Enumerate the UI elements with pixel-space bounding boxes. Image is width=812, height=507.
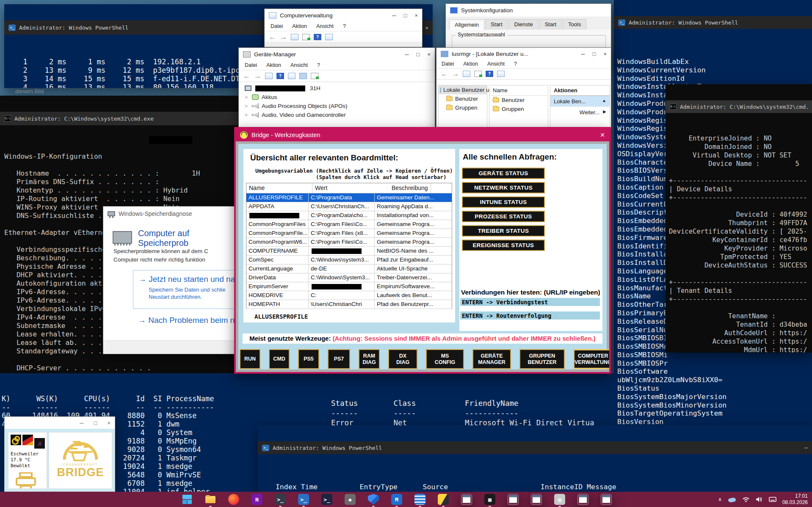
forward-icon[interactable]: → — [452, 70, 459, 77]
forward-icon[interactable]: → — [280, 33, 287, 41]
help-icon[interactable]: ? — [276, 73, 284, 79]
env-name-cell[interactable]: APPDATA — [246, 202, 309, 211]
taskbar-app[interactable] — [600, 493, 612, 505]
tab[interactable]: Tools — [563, 19, 586, 30]
column-header[interactable]: Name — [246, 183, 312, 193]
env-value-cell[interactable]: C:\Windows\system3... — [309, 256, 375, 264]
tool-button[interactable]: GERÄTE MANAGER — [472, 349, 511, 369]
env-description-cell[interactable]: Gemeinsame Progra... — [375, 229, 451, 237]
menu-item[interactable]: ? — [343, 23, 346, 29]
env-name-cell[interactable]: CommonProgramFile... — [246, 229, 309, 237]
menu-item[interactable]: ? — [514, 61, 517, 67]
maximize-button[interactable]: □ — [404, 12, 407, 19]
restart-option[interactable]: → Jetzt neu starten und na Speichern Sie… — [133, 270, 238, 309]
taskbar-app[interactable] — [204, 493, 216, 505]
taskbar-app[interactable] — [577, 493, 589, 505]
window-computerverwaltung[interactable]: Computerverwaltung ─ □ × DateiAktionAnsi… — [264, 8, 423, 47]
env-value-cell[interactable]: C:\Program Files (x8... — [309, 229, 375, 237]
window-geraete-manager[interactable]: Geräte-Manager ─ □ × DateiAktionAnsicht?… — [238, 47, 435, 130]
titlebar[interactable]: Bridge - Werkzeugkasten ✕ — [236, 129, 609, 141]
titlebar[interactable]: >_ Administrator: Windows PowerShell ─ — [258, 441, 812, 454]
taskbar-app[interactable]: ▦ — [484, 493, 496, 505]
export-list-icon[interactable] — [474, 71, 482, 77]
menu-item[interactable]: Datei — [245, 62, 257, 68]
back-icon[interactable]: ← — [269, 33, 276, 41]
help-icon[interactable]: ? — [486, 71, 493, 77]
scan-hardware-icon[interactable] — [311, 73, 318, 79]
env-name-cell[interactable] — [246, 211, 309, 220]
taskbar-app[interactable]: ◆ — [344, 493, 356, 505]
titlebar[interactable]: lusrmgr - [Lokale Benutzer u... ─ □ × — [436, 48, 611, 60]
env-name-cell[interactable]: DriverData — [246, 273, 309, 282]
device-tree-item[interactable]: > Akkus — [239, 93, 435, 102]
taskbar-app[interactable] — [181, 493, 193, 505]
close-button[interactable]: × — [427, 51, 431, 58]
computer-icon[interactable] — [299, 73, 307, 79]
connection-test-input[interactable] — [460, 298, 600, 306]
device-tree-item[interactable]: > 31H — [239, 84, 435, 93]
env-name-cell[interactable]: ComSpec — [246, 256, 309, 264]
actions-group-header[interactable]: Lokale Ben... ▲ — [550, 96, 610, 107]
device-tree-item[interactable]: > Audio Processing Objects (APOs) — [239, 102, 435, 110]
query-status-button[interactable]: NETZWERK STATUS — [462, 182, 545, 193]
env-description-cell[interactable]: Pfad des Benutzerpr... — [375, 300, 451, 309]
env-value-cell[interactable]: C:\Program Files\Co... — [309, 220, 375, 229]
env-name-cell[interactable]: COMPUTERNAME — [246, 247, 309, 255]
menu-item[interactable]: Datei — [271, 23, 283, 29]
query-status-button[interactable]: PROZESSE STATUS — [462, 211, 545, 222]
forward-icon[interactable]: → — [254, 72, 261, 80]
environment-row[interactable]: EmpirumServer Empirum/Softwareve... — [246, 282, 452, 291]
titlebar[interactable]: Computerverwaltung ─ □ × — [265, 9, 422, 22]
gears-icon[interactable] — [11, 435, 21, 445]
column-header[interactable]: Beschreibung — [389, 183, 431, 193]
environment-row[interactable]: HOMEDRIVE C: Laufwerk des Benut... — [246, 291, 452, 300]
volume-icon[interactable] — [756, 496, 763, 502]
env-value-cell[interactable]: C: — [309, 291, 375, 300]
environment-row[interactable]: COMPUTERNAME NetBIOS-Name des ... — [246, 247, 452, 256]
close-button[interactable]: × — [425, 25, 428, 31]
taskbar-app[interactable]: N — [251, 493, 263, 505]
taskbar-app[interactable] — [367, 493, 379, 505]
env-value-cell[interactable]: \Users\ChristianChri — [309, 300, 375, 309]
tab[interactable]: Allgemein — [449, 19, 484, 30]
window-powershell-events[interactable]: >_ Administrator: Windows PowerShell ─ I… — [258, 425, 812, 492]
maximize-button[interactable]: □ — [94, 420, 97, 426]
env-value-cell[interactable] — [309, 282, 375, 291]
connection-test-input[interactable] — [460, 311, 600, 320]
tree-root[interactable]: Lokale Benutzer u — [439, 85, 487, 94]
env-description-cell[interactable]: Laufwerk des Benut... — [375, 291, 451, 300]
menu-item[interactable]: ? — [317, 62, 320, 68]
env-description-cell[interactable]: Installationspfad von... — [375, 211, 451, 220]
titlebar[interactable]: C:\ Administrator: C:\Windows\system32\c… — [666, 100, 812, 113]
env-value-cell[interactable]: de-DE — [309, 265, 375, 273]
minimize-button[interactable]: ─ — [581, 51, 585, 57]
env-description-cell[interactable]: Empirum/Softwareve... — [375, 282, 451, 291]
collapse-icon[interactable]: ▲ — [602, 98, 606, 105]
environment-row[interactable]: CurrentLanguage de-DE Aktuelle UI-Sprach… — [246, 265, 452, 273]
printer-icon[interactable] — [15, 472, 37, 489]
device-tree-item[interactable]: > Audio, Video und Gamecontroller — [239, 110, 435, 119]
chevron-right-icon[interactable]: > — [245, 103, 249, 109]
titlebar[interactable]: Systemkonfiguration — [446, 4, 611, 17]
back-icon[interactable]: ← — [243, 72, 250, 80]
query-status-button[interactable]: EREIGNISSE STATUS — [462, 240, 545, 251]
action-pane-icon[interactable] — [497, 71, 505, 77]
menu-item[interactable]: Aktion — [292, 23, 307, 29]
menu-item[interactable]: Aktion — [463, 61, 478, 67]
tool-button[interactable]: GRUPPEN BENUTZER — [519, 349, 565, 369]
tool-button[interactable]: PS7 — [328, 349, 350, 369]
taskbar-app[interactable]: >_ — [298, 493, 309, 505]
column-header[interactable]: Wert — [312, 183, 389, 193]
env-value-cell[interactable]: C:\ProgramData — [309, 193, 375, 202]
taskbar-app[interactable]: ▥ — [554, 493, 566, 505]
taskbar-app[interactable] — [507, 493, 519, 505]
check-later-option[interactable]: → Nach Problemen beim n — [138, 316, 235, 325]
env-description-cell[interactable]: Pfad zur Eingabeauf... — [375, 256, 451, 264]
query-status-button[interactable]: INTUNE STATUS — [462, 196, 545, 208]
wifi-icon[interactable] — [742, 496, 750, 502]
env-value-cell[interactable]: C:\Program Files\Co... — [309, 238, 375, 246]
tool-button[interactable]: DX DIAG — [388, 349, 417, 369]
taskbar-app[interactable] — [461, 493, 472, 505]
window-bridge-widget[interactable]: ─ □ × ♫ Eschweiler 17.9 °C Bewölkt — [4, 416, 115, 492]
env-name-cell[interactable]: CurrentLanguage — [246, 265, 309, 273]
